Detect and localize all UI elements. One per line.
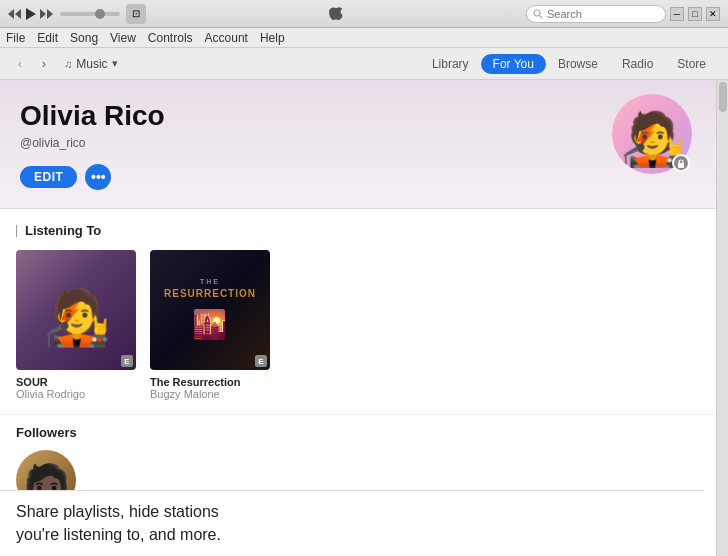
tab-radio[interactable]: Radio — [610, 54, 665, 74]
window-controls: ─ □ ✕ — [526, 5, 720, 23]
search-icon — [533, 9, 543, 19]
svg-line-6 — [540, 15, 543, 18]
main-container: Olivia Rico @olivia_rico EDIT ••• 🧑‍🎤 — [0, 80, 728, 556]
search-input[interactable] — [547, 8, 657, 20]
nav-location: ♫ Music ▾ — [64, 57, 118, 71]
menu-view[interactable]: View — [110, 31, 136, 45]
listening-to-title: Listening To — [16, 223, 700, 238]
svg-rect-7 — [678, 163, 684, 168]
scrollbar[interactable] — [716, 80, 728, 556]
menu-song[interactable]: Song — [70, 31, 98, 45]
tab-library[interactable]: Library — [420, 54, 481, 74]
album-art-sour[interactable]: 🧑‍🎤 E — [16, 250, 136, 370]
tab-for-you[interactable]: For You — [481, 54, 546, 74]
svg-point-5 — [534, 10, 540, 16]
profile-header: Olivia Rico @olivia_rico EDIT ••• 🧑‍🎤 — [0, 80, 716, 208]
album-title-sour: SOUR — [16, 376, 136, 388]
title-bar: ⊡ ─ □ ✕ — [0, 0, 728, 28]
fast-forward-button[interactable] — [40, 9, 54, 19]
apple-logo — [328, 3, 344, 25]
location-label: Music — [76, 57, 107, 71]
nav-bar: ‹ › ♫ Music ▾ Library For You Browse Rad… — [0, 48, 728, 80]
followers-title: Followers — [16, 425, 700, 440]
minimize-button[interactable]: ─ — [670, 7, 684, 21]
bottom-text-line2: you're listening to, and more. — [16, 524, 688, 546]
tab-browse[interactable]: Browse — [546, 54, 610, 74]
lock-badge — [672, 154, 690, 172]
album-resurrection: THE RESURRECTION 🌇 E The Resurrection Bu… — [150, 250, 270, 400]
svg-marker-0 — [8, 9, 14, 19]
menu-bar: File Edit Song View Controls Account Hel… — [0, 28, 728, 48]
bottom-banner: Share playlists, hide stations you're li… — [0, 490, 704, 556]
airplay-icon: ⊡ — [132, 8, 140, 19]
avatar-container: 🧑‍🎤 — [612, 94, 692, 174]
explicit-badge-resurrection: E — [255, 355, 267, 367]
bottom-text-line1: Share playlists, hide stations — [16, 501, 688, 523]
tab-store[interactable]: Store — [665, 54, 718, 74]
more-button[interactable]: ••• — [85, 164, 111, 190]
rewind-button[interactable] — [8, 9, 22, 19]
playback-controls — [8, 8, 54, 20]
album-art-resurrection[interactable]: THE RESURRECTION 🌇 E — [150, 250, 270, 370]
album-artist-sour: Olivia Rodrigo — [16, 388, 136, 400]
svg-marker-2 — [26, 8, 36, 20]
title-bar-left: ⊡ — [8, 4, 146, 24]
album-resurrection-art-text: THE RESURRECTION 🌇 — [156, 270, 264, 350]
profile-name: Olivia Rico — [20, 100, 696, 132]
forward-button[interactable]: › — [34, 54, 54, 74]
volume-slider[interactable] — [60, 12, 120, 16]
album-title-resurrection: The Resurrection — [150, 376, 270, 388]
airplay-button[interactable]: ⊡ — [126, 4, 146, 24]
volume-thumb — [95, 9, 105, 19]
search-box[interactable] — [526, 5, 666, 23]
nav-arrows: ‹ › — [10, 54, 54, 74]
albums-row: 🧑‍🎤 E SOUR Olivia Rodrigo THE RESURRECTI… — [16, 250, 700, 400]
menu-account[interactable]: Account — [205, 31, 248, 45]
music-icon: ♫ — [64, 58, 72, 70]
close-button[interactable]: ✕ — [706, 7, 720, 21]
svg-marker-1 — [15, 9, 21, 19]
listening-to-section: Listening To 🧑‍🎤 E SOUR Olivia Rodrigo T… — [0, 209, 716, 414]
album-sour: 🧑‍🎤 E SOUR Olivia Rodrigo — [16, 250, 136, 400]
album-artist-resurrection: Bugzy Malone — [150, 388, 270, 400]
explicit-badge-sour: E — [121, 355, 133, 367]
profile-actions: EDIT ••• — [20, 164, 696, 190]
profile-handle: @olivia_rico — [20, 136, 696, 150]
maximize-button[interactable]: □ — [688, 7, 702, 21]
menu-help[interactable]: Help — [260, 31, 285, 45]
play-button[interactable] — [26, 8, 36, 20]
menu-edit[interactable]: Edit — [37, 31, 58, 45]
location-dropdown[interactable]: ▾ — [112, 57, 118, 70]
content-area: Olivia Rico @olivia_rico EDIT ••• 🧑‍🎤 — [0, 80, 716, 556]
lock-icon — [677, 159, 685, 168]
svg-marker-3 — [40, 9, 46, 19]
menu-controls[interactable]: Controls — [148, 31, 193, 45]
back-button[interactable]: ‹ — [10, 54, 30, 74]
svg-marker-4 — [47, 9, 53, 19]
edit-button[interactable]: EDIT — [20, 166, 77, 188]
menu-file[interactable]: File — [6, 31, 25, 45]
scroll-thumb[interactable] — [719, 82, 727, 112]
nav-tabs: Library For You Browse Radio Store — [420, 54, 718, 74]
